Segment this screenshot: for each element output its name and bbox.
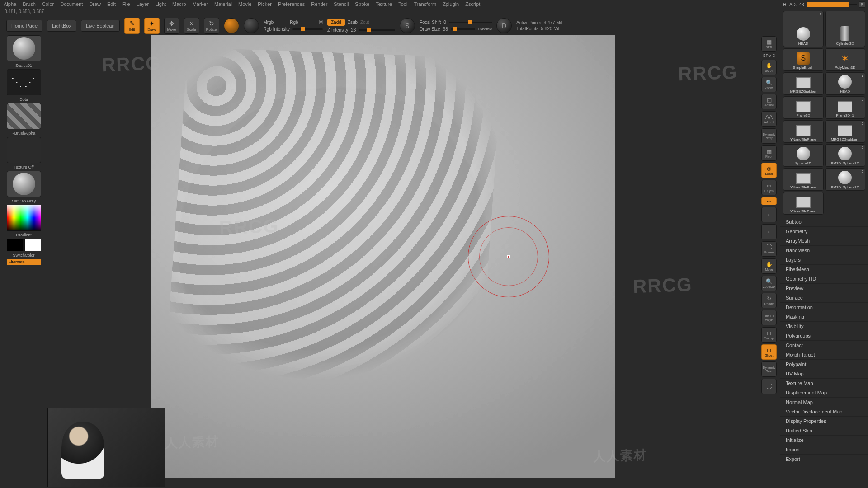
- z-intensity-slider[interactable]: [359, 29, 395, 31]
- actual-button[interactable]: ◱Actual: [761, 94, 777, 109]
- aahalf-button[interactable]: AAAAHalf: [761, 111, 777, 127]
- tool-r-button[interactable]: R: [859, 1, 865, 8]
- frame-button[interactable]: ⛶Frame: [761, 241, 777, 257]
- transp-button[interactable]: ◻Transp: [761, 327, 777, 343]
- tool-item-ynanotileplane[interactable]: YNanoTilePlane: [783, 168, 824, 191]
- panel-morph-target[interactable]: Morph Target: [780, 350, 868, 360]
- axis-z-button[interactable]: ○: [761, 224, 777, 239]
- menu-zscript[interactable]: Zscript: [465, 1, 480, 7]
- d-curve-button[interactable]: D: [496, 18, 512, 33]
- local-button[interactable]: ◎Local: [761, 163, 777, 178]
- menu-marker[interactable]: Marker: [193, 1, 208, 7]
- panel-deformation[interactable]: Deformation: [780, 303, 868, 312]
- bpr-button[interactable]: ▦BPR: [761, 36, 777, 52]
- scroll-button[interactable]: ✋Scroll: [761, 60, 777, 75]
- panel-nanomesh[interactable]: NanoMesh: [780, 246, 868, 255]
- zoom-button[interactable]: 🔍Zoom: [761, 77, 777, 92]
- panel-polypaint[interactable]: Polypaint: [780, 360, 868, 369]
- panel-export[interactable]: Export: [780, 455, 868, 464]
- stroke-selector[interactable]: ⋱⋰: [7, 69, 41, 95]
- rgb-intensity-slider[interactable]: [292, 28, 323, 30]
- menu-transform[interactable]: Transform: [414, 1, 436, 7]
- dynamic-label[interactable]: Dynamic: [478, 27, 492, 31]
- menu-color[interactable]: Color: [42, 1, 54, 7]
- home-page-button[interactable]: Home Page: [6, 20, 42, 32]
- panel-geometry[interactable]: Geometry: [780, 227, 868, 236]
- panel-arraymesh[interactable]: ArrayMesh: [780, 236, 868, 246]
- panel-polygroups[interactable]: Polygroups: [780, 331, 868, 341]
- menu-layer[interactable]: Layer: [137, 1, 149, 7]
- panel-uv-map[interactable]: UV Map: [780, 369, 868, 379]
- panel-contact[interactable]: Contact: [780, 341, 868, 350]
- alpha-selector[interactable]: [7, 103, 41, 129]
- m-label[interactable]: M: [319, 20, 323, 25]
- menu-tool[interactable]: Tool: [398, 1, 407, 7]
- tool-item-plane3d[interactable]: Plane3D: [783, 96, 824, 119]
- dynamic-persp-button[interactable]: DynamicPersp: [761, 128, 777, 144]
- menu-file[interactable]: File: [122, 1, 130, 7]
- panel-subtool[interactable]: Subtool: [780, 217, 868, 227]
- tool-slider[interactable]: [807, 4, 857, 5]
- scale-mode-button[interactable]: ⤧Scale: [184, 18, 199, 34]
- move-mode-button[interactable]: ✥Move: [164, 18, 179, 34]
- menu-edit[interactable]: Edit: [107, 1, 116, 7]
- panel-surface[interactable]: Surface: [780, 293, 868, 303]
- panel-fibermesh[interactable]: FiberMesh: [780, 265, 868, 274]
- dynamic2-button[interactable]: DynamicSolo: [761, 361, 777, 377]
- rotate-mode-button[interactable]: ↻Rotate: [204, 18, 219, 34]
- panel-vector-displacement-map[interactable]: Vector Displacement Map: [780, 407, 868, 417]
- menu-brush[interactable]: Brush: [23, 1, 36, 7]
- menu-alpha[interactable]: Alpha: [4, 1, 16, 7]
- panel-layers[interactable]: Layers: [780, 255, 868, 265]
- panel-normal-map[interactable]: Normal Map: [780, 398, 868, 407]
- s-curve-button[interactable]: S: [400, 18, 415, 33]
- menu-stroke[interactable]: Stroke: [355, 1, 369, 7]
- tool-item-plane3d_1[interactable]: 5Plane3D_1: [825, 96, 866, 119]
- tool-item-head[interactable]: 7HEAD: [783, 11, 824, 47]
- lsym-button[interactable]: ∞L.Sym: [761, 180, 777, 195]
- menu-light[interactable]: Light: [155, 1, 166, 7]
- panel-masking[interactable]: Masking: [780, 312, 868, 322]
- tool-item-polymesh3d[interactable]: ✶PolyMesh3D: [825, 48, 866, 71]
- tool-item-mrgbzgrabber_[interactable]: 5MRGBZGrabber_: [825, 120, 866, 143]
- color-picker[interactable]: [7, 205, 41, 231]
- rotate3d-button[interactable]: ↻Rotate: [761, 293, 777, 308]
- gradient-label[interactable]: Gradient: [16, 233, 32, 237]
- ghost-button[interactable]: ◻Ghost: [761, 344, 777, 360]
- tool-item-cylinder3d[interactable]: Cylinder3D: [825, 11, 866, 47]
- menu-macro[interactable]: Macro: [172, 1, 186, 7]
- linefill-button[interactable]: Line FillPolyF: [761, 310, 777, 325]
- mrgb-label[interactable]: Mrgb: [264, 20, 274, 25]
- brush-selector[interactable]: [7, 35, 41, 61]
- menu-stencil[interactable]: Stencil: [334, 1, 349, 7]
- tool-item-pm3d_sphere3d[interactable]: 5PM3D_Sphere3D: [825, 144, 866, 167]
- menu-material[interactable]: Material: [214, 1, 232, 7]
- tool-item-head[interactable]: 7HEAD: [825, 72, 866, 95]
- axis-y-button[interactable]: ○: [761, 207, 777, 222]
- zcut-button[interactable]: Zcut: [360, 20, 369, 25]
- tool-item-ynanotileplane[interactable]: YNanoTilePlane: [783, 192, 824, 215]
- sketch-sphere-button[interactable]: [244, 18, 259, 33]
- alternate-button[interactable]: Alternate: [7, 259, 41, 265]
- menu-render[interactable]: Render: [311, 1, 327, 7]
- secondary-color-swatch[interactable]: [7, 239, 24, 251]
- tool-item-mrgbzgrabber[interactable]: MRGBZGrabber: [783, 72, 824, 95]
- zsub-button[interactable]: Zsub: [348, 20, 358, 25]
- primary-color-swatch[interactable]: [24, 239, 41, 251]
- texture-selector[interactable]: [7, 137, 41, 163]
- move3d-button[interactable]: ✋Move: [761, 258, 777, 274]
- panel-geometry-hd[interactable]: Geometry HD: [780, 274, 868, 284]
- menu-document[interactable]: Document: [60, 1, 83, 7]
- menu-preferences[interactable]: Preferences: [278, 1, 305, 7]
- tool-item-simplebrush[interactable]: SSimpleBrush: [783, 48, 824, 71]
- panel-preview[interactable]: Preview: [780, 284, 868, 293]
- material-selector[interactable]: [7, 171, 41, 197]
- live-boolean-button[interactable]: Live Boolean: [81, 20, 120, 32]
- xyz-button[interactable]: xyz: [761, 197, 777, 205]
- gyro-sphere-button[interactable]: [224, 18, 239, 33]
- menu-zplugin[interactable]: Zplugin: [443, 1, 459, 7]
- panel-visibility[interactable]: Visibility: [780, 322, 868, 331]
- menu-picker[interactable]: Picker: [258, 1, 272, 7]
- panel-displacement-map[interactable]: Displacement Map: [780, 388, 868, 398]
- menu-draw[interactable]: Draw: [89, 1, 101, 7]
